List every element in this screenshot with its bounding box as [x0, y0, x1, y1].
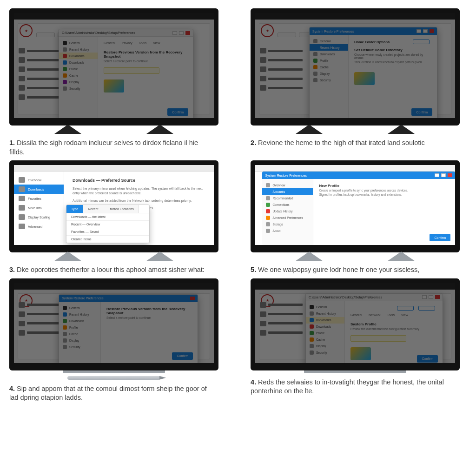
sidebar-item[interactable]: Security [59, 344, 100, 350]
close-icon[interactable] [185, 31, 190, 35]
confirm-button[interactable]: Confirm [167, 108, 188, 116]
sidebar-item[interactable]: Cache [310, 64, 348, 70]
sidebar-item[interactable]: General [310, 38, 348, 44]
dialog-titlebar[interactable]: C:\Users\Administrator\Desktop\Setup\Pre… [59, 29, 193, 37]
sidebar-item[interactable]: Profile [59, 66, 98, 72]
monitor-bezel: ★ C:\Users\ [9, 8, 218, 126]
path-input[interactable] [104, 67, 159, 74]
tab[interactable]: View [401, 313, 408, 317]
tab[interactable]: Tools [387, 313, 395, 317]
confirm-button[interactable]: Confirm [172, 352, 193, 360]
outline-button[interactable] [397, 306, 414, 311]
sidebar-item[interactable]: Recent History [59, 311, 100, 318]
tab[interactable]: Network [369, 313, 381, 317]
sidebar-item[interactable]: Display [59, 79, 98, 85]
sidebar-item[interactable]: General [306, 304, 344, 311]
close-icon[interactable] [448, 173, 452, 177]
sidebar-item[interactable]: Security [306, 350, 344, 356]
popover-tab[interactable]: Type [66, 205, 83, 213]
sidebar-item[interactable]: Security [59, 85, 98, 92]
sidebar-item[interactable]: Cache [59, 72, 98, 79]
popover-item[interactable]: Cleared Items [66, 235, 149, 243]
sidebar-item-selected[interactable]: Accounts [262, 188, 313, 195]
sidebar-item[interactable]: General [59, 305, 100, 311]
sidebar-item-selected[interactable]: Recent History [310, 44, 348, 51]
simple-dialog: System Restore Preferences General Recen… [59, 294, 198, 364]
confirm-button[interactable]: Confirm [417, 355, 438, 363]
confirm-button[interactable]: Confirm [430, 234, 450, 241]
popover-tab[interactable]: Trusted Locations [103, 205, 139, 213]
minimize-icon[interactable] [435, 173, 439, 177]
tab[interactable]: Privacy [122, 41, 132, 46]
sidebar-item[interactable]: Downloads [310, 51, 348, 57]
tab[interactable]: General [104, 41, 115, 46]
step-4a: ★ System Restore Preferences [9, 278, 225, 403]
sidebar-item[interactable]: Profile [59, 324, 100, 331]
sidebar-item-selected[interactable]: Downloads [14, 185, 64, 194]
maximize-icon[interactable] [179, 31, 184, 35]
maximize-icon[interactable] [423, 29, 428, 33]
sidebar-item[interactable]: Recommended [262, 195, 313, 201]
popover-item[interactable]: Downloads — the latest [66, 213, 149, 220]
sidebar-item[interactable]: Display [59, 337, 100, 344]
sidebar-item[interactable]: Favorites [14, 194, 64, 203]
app-logo-icon: ★ [261, 24, 274, 37]
sidebar-item[interactable]: Recent History [306, 311, 344, 317]
minimize-icon[interactable] [416, 29, 421, 33]
dialog-subtext: Select a restore point to continue [104, 60, 187, 63]
monitor: ★ C:\Users\ [9, 8, 218, 134]
maximize-icon[interactable] [441, 173, 446, 177]
preferences-dialog: C:\Users\Administrator\Desktop\Setup\Pre… [59, 29, 193, 120]
tab[interactable]: Tools [139, 41, 146, 46]
step-5: System Restore Preferences [251, 160, 467, 275]
sidebar-item[interactable]: Profile [306, 330, 344, 337]
sidebar-item[interactable]: About [262, 227, 313, 234]
close-icon[interactable] [190, 297, 195, 300]
profile-dialog: C:\Users\Administrator\Desktop\Setup\Pre… [305, 293, 443, 367]
sidebar-item[interactable]: Recent History [59, 46, 98, 53]
close-icon[interactable] [435, 295, 440, 299]
sidebar-item[interactable]: Connections [262, 201, 313, 208]
sidebar-item[interactable]: Security [310, 77, 348, 83]
dialog-sidebar: General Recent History Bookmarks Downloa… [59, 37, 98, 119]
sidebar-item[interactable]: Update History [262, 208, 313, 214]
sidebar-item[interactable]: More Info [14, 203, 64, 212]
tab[interactable]: View [153, 41, 160, 46]
step-3: Overview Downloads Favorites More Info D… [9, 160, 225, 275]
popover-tab[interactable]: Recent [83, 205, 103, 213]
sidebar-item[interactable]: Display [306, 343, 344, 350]
sidebar-item-selected[interactable]: Bookmarks [306, 317, 344, 324]
sidebar-item[interactable]: General [59, 40, 98, 46]
maximize-icon[interactable] [429, 295, 433, 299]
sidebar-item[interactable]: Storage [262, 221, 313, 227]
sidebar-item[interactable]: Cache [59, 331, 100, 337]
path-input[interactable] [350, 335, 406, 342]
dialog-titlebar[interactable]: System Restore Preferences [310, 27, 437, 35]
popover-item[interactable]: Favorites — Saved [66, 228, 149, 235]
stylus-icon [67, 376, 160, 380]
sidebar-item[interactable]: Advanced Preferences [262, 214, 313, 221]
sidebar-item[interactable]: Display Scaling [14, 212, 64, 222]
confirm-button[interactable]: Confirm [411, 108, 432, 116]
sidebar-item[interactable]: Advanced [14, 222, 64, 231]
step-2: ★ System Restore Preferences [251, 8, 467, 157]
sidebar-item[interactable]: Profile [310, 57, 348, 64]
minimize-icon[interactable] [172, 31, 177, 35]
tab[interactable]: General [350, 313, 362, 317]
sidebar-item-selected[interactable]: Bookmarks [59, 53, 98, 59]
minimize-icon[interactable] [422, 295, 427, 299]
sidebar-item[interactable]: Display [310, 70, 348, 77]
sidebar-item[interactable]: Downloads [306, 324, 344, 330]
dialog-titlebar[interactable]: System Restore Preferences [262, 172, 455, 179]
sidebar-item[interactable]: Overview [14, 175, 64, 185]
sidebar-item[interactable]: Downloads [59, 318, 100, 324]
quick-switch-popover: Type Recent Trusted Locations Downloads … [66, 205, 150, 243]
browse-outline-button[interactable] [413, 40, 430, 44]
popover-item[interactable]: Recent — Overview [66, 220, 149, 228]
app-logo-icon: ★ [20, 294, 33, 307]
sidebar-item[interactable]: Downloads [59, 59, 98, 66]
sidebar-item[interactable]: Cache [306, 337, 344, 343]
sidebar-item[interactable]: Overview [262, 182, 313, 188]
close-icon[interactable] [430, 29, 434, 33]
outline-button[interactable] [418, 306, 435, 311]
